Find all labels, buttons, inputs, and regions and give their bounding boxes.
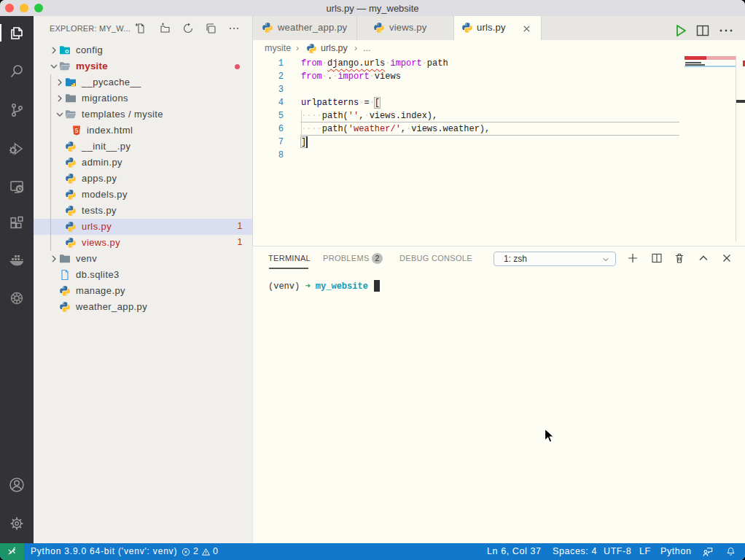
- svg-text:5: 5: [75, 127, 79, 134]
